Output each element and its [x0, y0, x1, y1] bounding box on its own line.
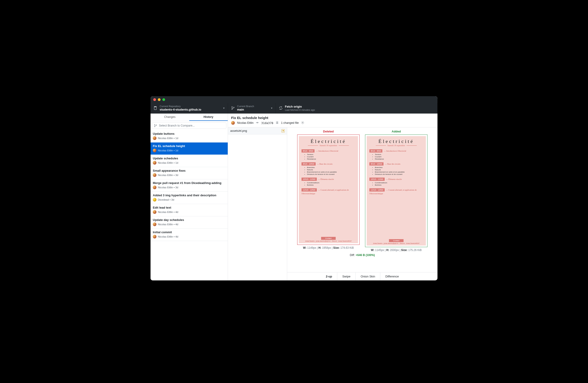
branch-compare-select[interactable]: Select Branch to Compare... [152, 122, 226, 129]
repo-icon [154, 106, 157, 110]
commit-item-title: Edit lead text [153, 206, 226, 209]
commit-item-meta: Nicolas Ettlin • 1d [153, 136, 226, 140]
view-tab-2-up[interactable]: 2-up [321, 272, 337, 280]
minimize-window-button[interactable] [158, 98, 161, 101]
commit-item-title: Initial commit [153, 230, 226, 234]
diff-deleted-column: Deleted ÉlectricitéSamedi 18 septembre8h… [297, 130, 359, 252]
avatar [153, 186, 156, 189]
commit-item-meta: Nicolas Ettlin • 1d [153, 149, 226, 152]
diff-viewer: Deleted ÉlectricitéSamedi 18 septembre8h… [287, 127, 438, 272]
commit-item-meta: Nicolas Ettlin • 1d [153, 161, 226, 165]
commit-item-title: Added 3 img hyperlinks and their descrip… [153, 194, 226, 197]
chevron-down-icon: ▾ [223, 107, 225, 110]
commit-list: Update buttonsNicolas Ettlin • 1dFix EL … [150, 130, 228, 241]
commit-item-title: Update buttons [153, 132, 226, 135]
avatar [153, 198, 156, 202]
avatar [153, 161, 156, 165]
titlebar [150, 96, 438, 103]
sidebar-tabs: Changes History [150, 113, 228, 121]
changed-files: 1 changed file [281, 121, 299, 124]
repo-name: students-4-students.github.io [160, 108, 201, 112]
added-image: ÉlectricitéSamedi 18 septembre8h15 - 9h0… [365, 135, 427, 247]
commit-item-meta: Nicolas Ettlin • 3d [153, 173, 226, 177]
avatar [153, 149, 156, 152]
chevron-down-icon: ▾ [271, 107, 272, 110]
commit-item[interactable]: Update day schedulesNicolas Ettlin • 4d [150, 216, 228, 229]
repo-selector[interactable]: Current Repository students-4-students.g… [150, 103, 228, 113]
fetch-subtitle: Last fetched 8 minutes ago [285, 109, 315, 112]
tab-history[interactable]: History [189, 113, 228, 121]
view-tab-onion-skin[interactable]: Onion Skin [356, 272, 380, 280]
view-tab-difference[interactable]: Difference [380, 272, 404, 280]
svg-point-2 [231, 107, 232, 107]
added-image-meta: W: 1145px | H: 2000px | Size: 175.26 KiB [365, 248, 427, 252]
branch-compare-placeholder: Select Branch to Compare... [159, 124, 195, 127]
deleted-image: ÉlectricitéSamedi 18 septembre8h15 - 9h0… [297, 135, 359, 245]
svg-point-8 [257, 122, 258, 123]
commit-item-title: Fix EL schedule height [153, 144, 226, 148]
diff-size-line: Diff: +646 B (100%) [290, 253, 434, 257]
commit-title: Fix EL schedule height [231, 116, 434, 120]
svg-point-4 [233, 107, 234, 108]
commit-header: Fix EL schedule height Nicolas Ettlin 31… [228, 113, 438, 127]
avatar [153, 223, 156, 226]
modified-icon [281, 129, 285, 133]
commit-item-meta: Nicolas Ettlin • 3d [153, 186, 226, 189]
commit-item-title: Update day schedules [153, 218, 226, 222]
sync-icon [279, 106, 283, 110]
commit-item[interactable]: Small appearance fixesNicolas Ettlin • 3… [150, 167, 228, 180]
branch-icon [154, 124, 157, 127]
fetch-title: Fetch origin [285, 105, 315, 109]
diff-icon [275, 121, 279, 125]
commit-item[interactable]: Update schedulesNicolas Ettlin • 1d [150, 155, 228, 167]
branch-icon [231, 106, 235, 110]
avatar [231, 121, 235, 125]
commit-item-title: Small appearance fixes [153, 169, 226, 172]
commit-item-meta: Dicedead • 3d [153, 198, 226, 202]
commit-item[interactable]: Edit lead textNicolas Ettlin • 4d [150, 204, 228, 216]
tab-changes[interactable]: Changes [150, 113, 189, 121]
close-window-button[interactable] [153, 98, 156, 101]
fetch-origin-button[interactable]: Fetch origin Last fetched 8 minutes ago [276, 103, 438, 113]
maximize-window-button[interactable] [162, 98, 165, 101]
deleted-image-meta: W: 1149px | H: 1958px | Size: 174.63 KiB [297, 246, 359, 249]
svg-point-6 [154, 126, 155, 127]
avatar [153, 235, 156, 238]
file-item[interactable]: assets/el.png [228, 127, 287, 135]
diff-view-tabs: 2-upSwipeOnion SkinDifference [287, 272, 438, 280]
commit-sha: 31da378 [261, 121, 273, 125]
header-bar: Current Repository students-4-students.g… [150, 103, 438, 113]
commit-icon [256, 121, 259, 125]
commit-item-title: Update schedules [153, 157, 226, 160]
commit-item[interactable]: Update buttonsNicolas Ettlin • 1d [150, 130, 228, 142]
branch-label: Current Branch [237, 105, 254, 108]
svg-rect-1 [154, 107, 156, 107]
branch-selector[interactable]: Current Branch main ▾ [228, 103, 276, 113]
svg-point-9 [302, 122, 303, 123]
app-window: Current Repository students-4-students.g… [150, 96, 438, 280]
avatar [153, 173, 156, 177]
commit-item-title: Merge pull request #1 from Dicedead/img-… [153, 181, 226, 185]
branch-name: main [237, 108, 254, 112]
view-tab-swipe[interactable]: Swipe [337, 272, 356, 280]
deleted-label: Deleted [297, 130, 359, 133]
gear-icon[interactable] [301, 121, 304, 125]
commit-author: Nicolas Ettlin [237, 121, 253, 124]
repo-label: Current Repository [160, 105, 201, 108]
commit-item[interactable]: Added 3 img hyperlinks and their descrip… [150, 192, 228, 204]
file-path: assets/el.png [230, 129, 247, 133]
commit-item[interactable]: Initial commitNicolas Ettlin • 4d [150, 229, 228, 241]
diff-added-column: Added ÉlectricitéSamedi 18 septembre8h15… [365, 130, 427, 252]
svg-point-7 [156, 125, 157, 125]
svg-point-3 [231, 109, 232, 110]
sidebar: Changes History Select Branch to Compare… [150, 113, 228, 280]
commit-item[interactable]: Fix EL schedule heightNicolas Ettlin • 1… [150, 142, 228, 155]
avatar [153, 210, 156, 214]
added-label: Added [365, 130, 427, 133]
commit-item-meta: Nicolas Ettlin • 4d [153, 210, 226, 214]
commit-item-meta: Nicolas Ettlin • 4d [153, 235, 226, 238]
commit-item-meta: Nicolas Ettlin • 4d [153, 223, 226, 226]
svg-point-5 [154, 124, 155, 125]
commit-item[interactable]: Merge pull request #1 from Dicedead/img-… [150, 180, 228, 192]
avatar [153, 136, 156, 140]
